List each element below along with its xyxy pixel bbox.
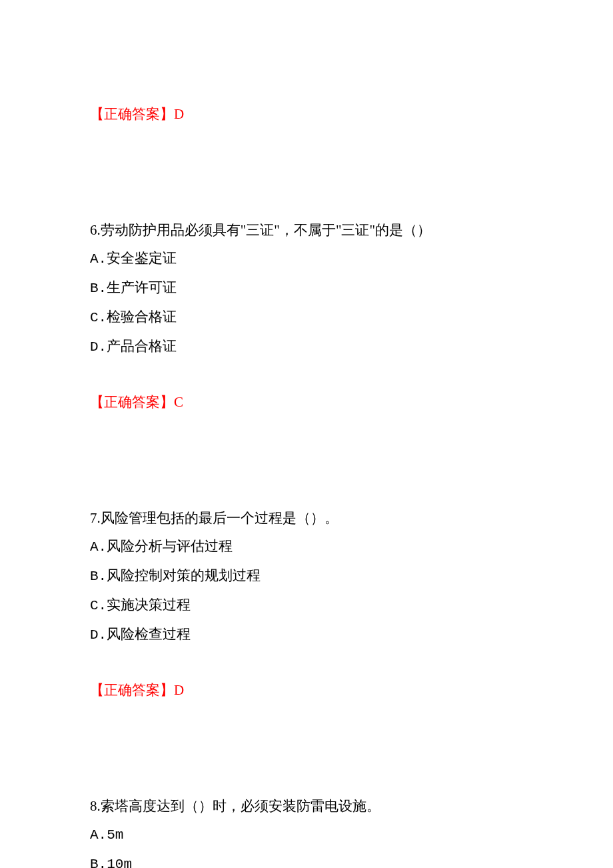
option-d: D.风险检查过程	[90, 621, 523, 649]
answer-label: 【正确答案】	[90, 394, 174, 410]
question-8: 8.索塔高度达到（）时，必须安装防雷电设施。 A.5m B.10m	[90, 792, 523, 868]
option-b: B.10m	[90, 851, 523, 868]
answer-block-5: 【正确答案】D	[90, 100, 523, 128]
option-c: C.检验合格证	[90, 304, 523, 332]
question-text: 8.索塔高度达到（）时，必须安装防雷电设施。	[90, 792, 523, 820]
answer-letter: D	[174, 106, 184, 122]
option-c: C.实施决策过程	[90, 592, 523, 620]
answer-label: 【正确答案】	[90, 106, 174, 122]
question-6: 6.劳动防护用品必须具有"三证"，不属于"三证"的是（） A.安全鉴定证 B.生…	[90, 216, 523, 361]
answer-letter: D	[174, 682, 184, 698]
question-text: 7.风险管理包括的最后一个过程是（）。	[90, 504, 523, 532]
option-a: A.5m	[90, 821, 523, 849]
answer-block-6: 【正确答案】C	[90, 388, 523, 416]
option-b: B.生产许可证	[90, 275, 523, 303]
answer-letter: C	[174, 394, 183, 410]
option-a: A.风险分析与评估过程	[90, 533, 523, 561]
option-b: B.风险控制对策的规划过程	[90, 563, 523, 591]
answer-block-7: 【正确答案】D	[90, 676, 523, 704]
option-d: D.产品合格证	[90, 333, 523, 361]
question-7: 7.风险管理包括的最后一个过程是（）。 A.风险分析与评估过程 B.风险控制对策…	[90, 504, 523, 649]
question-text: 6.劳动防护用品必须具有"三证"，不属于"三证"的是（）	[90, 216, 523, 244]
document-page: 【正确答案】D 6.劳动防护用品必须具有"三证"，不属于"三证"的是（） A.安…	[0, 0, 613, 868]
option-a: A.安全鉴定证	[90, 245, 523, 273]
answer-label: 【正确答案】	[90, 682, 174, 698]
